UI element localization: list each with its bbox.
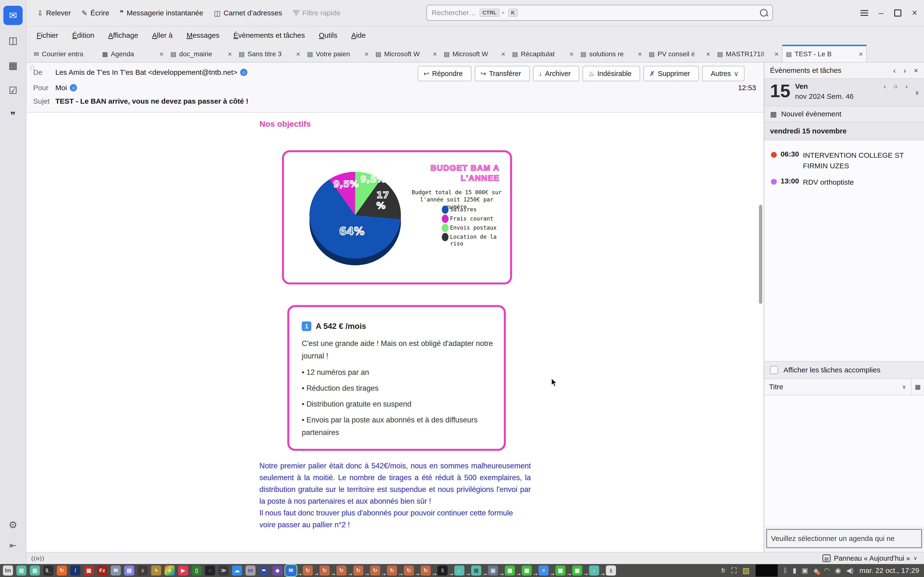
close-icon[interactable]: × (914, 66, 918, 75)
taskbar-app-icon[interactable]: lm (3, 566, 13, 575)
message-action-button[interactable]: ♨ Indésirable (583, 66, 640, 81)
message-action-button[interactable]: ✗ Supprimer (643, 66, 698, 81)
event-item[interactable]: 06:30 INTERVENTION COLLEGE ST FIRMIN UZE… (764, 147, 924, 174)
tray-icon[interactable]: ◈ (813, 567, 819, 574)
taskbar-window-icon[interactable]: ≡ (538, 566, 549, 575)
taskbar-app-icon[interactable]: ∧ (165, 566, 175, 575)
tray-icon[interactable]: ▣ (802, 567, 808, 574)
taskbar-app-icon[interactable]: ⋈ (246, 566, 255, 575)
taskbar-window-icon[interactable]: $ (438, 566, 447, 575)
tab-close-icon[interactable]: × (228, 50, 232, 58)
menu-item[interactable]: Aide (347, 30, 370, 41)
tasks-list-empty[interactable] (764, 395, 924, 526)
tasks-title-column[interactable]: Titre ∨ (764, 379, 911, 395)
chat-button[interactable]: ❞Messagerie instantanée (120, 9, 204, 17)
message-action-button[interactable]: Autres ∨ (702, 66, 745, 81)
next-day-button[interactable]: › (905, 83, 908, 90)
tab-close-icon[interactable]: × (159, 50, 164, 58)
taskbar-app-icon[interactable]: ∩ (205, 566, 215, 575)
taskbar-window-icon[interactable]: ↓ (454, 566, 464, 575)
menu-item[interactable]: Fichier (33, 30, 62, 41)
taskbar-window-icon[interactable]: ▦ (556, 566, 565, 575)
tab[interactable]: ▦ Agenda × (99, 45, 167, 62)
keyboard-layout-indicator[interactable]: fr (721, 567, 725, 574)
tab[interactable]: ▤ Microsoft W × (372, 45, 440, 62)
task-quick-add-input[interactable]: Veuillez sélectionner un agenda qui ne (766, 529, 922, 548)
get-messages-button[interactable]: ⇩Relever (37, 9, 71, 17)
taskbar-app-icon[interactable]: ✉ (111, 566, 121, 575)
event-item[interactable]: 13:00 RDV orthoptiste (764, 174, 924, 190)
tab-close-icon[interactable]: × (859, 50, 863, 58)
today-pane-toggle[interactable]: 22 Panneau « Aujourd’hui » ∨ (822, 554, 917, 562)
tab[interactable]: ▤ doc_mairie × (167, 45, 235, 62)
tab-close-icon[interactable]: × (569, 50, 573, 58)
space-chat-button[interactable]: ❞ (3, 106, 23, 125)
tab[interactable]: ▤ Microsoft W × (440, 45, 509, 62)
tab[interactable]: ▤ Votre paien × (304, 45, 372, 62)
taskbar-app-icon[interactable]: / (70, 566, 80, 575)
tab[interactable]: ✉ Courrier entra (30, 45, 99, 62)
chevron-left-icon[interactable]: ‹ (893, 66, 896, 75)
tray-icon[interactable]: ᛒ (783, 567, 788, 574)
taskbar-window-icon[interactable]: ↻ (353, 566, 363, 575)
taskbar-window-icon[interactable]: ↻ (404, 566, 414, 575)
app-menu-icon[interactable] (861, 10, 868, 16)
to-value[interactable]: Moi (55, 84, 67, 92)
contact-icon[interactable]: ☺ (240, 69, 247, 76)
taskbar-app-icon[interactable]: ☁ (232, 566, 242, 575)
taskbar-app-icon[interactable]: ✒ (259, 566, 269, 575)
taskbar-window-icon[interactable]: ↻ (387, 566, 397, 575)
terminal-preview[interactable] (756, 564, 778, 577)
tab[interactable]: ▤ PV conseil é × (645, 45, 714, 62)
taskbar-window-icon[interactable]: ▦ (471, 566, 481, 575)
from-value[interactable]: Les Amis de T'es In T'es Bat <developpem… (55, 68, 237, 76)
taskbar-app-icon[interactable]: ▩ (84, 566, 94, 575)
today-button[interactable]: ○ (894, 83, 898, 90)
taskbar-app-icon[interactable]: ϟ (151, 566, 161, 575)
space-calendar-button[interactable]: ▦ (3, 56, 23, 75)
taskbar-window-icon[interactable]: ▦ (522, 566, 532, 575)
space-tasks-button[interactable]: ☑ (3, 81, 23, 100)
tab[interactable]: ▤ TEST - Le B × (782, 45, 867, 62)
settings-gear-button[interactable]: ⚙ (9, 519, 17, 530)
write-button[interactable]: ✎Écrire (82, 9, 109, 17)
taskbar-app-icon[interactable]: ▤ (124, 566, 134, 575)
taskbar-app-icon[interactable]: ▥ (30, 566, 40, 575)
taskbar-app-icon[interactable]: ◆ (272, 566, 283, 575)
taskbar-window-icon[interactable]: ↓ (589, 566, 599, 575)
menu-item[interactable]: Aller à (148, 30, 176, 41)
message-action-button[interactable]: ↪ Transférer (475, 66, 530, 81)
tab-close-icon[interactable]: × (296, 50, 300, 58)
taskbar-window-icon[interactable]: ↻ (370, 566, 380, 575)
maximize-button[interactable] (894, 10, 901, 16)
tab-close-icon[interactable]: × (774, 50, 779, 58)
show-completed-checkbox[interactable] (770, 366, 778, 374)
space-mail-button[interactable]: ✉ (3, 6, 23, 25)
message-action-button[interactable]: ↓ Archiver (533, 66, 579, 81)
menu-item[interactable]: Outils (315, 30, 341, 41)
display-settings-icon[interactable]: ⛶ (731, 566, 737, 575)
tab[interactable]: ▤ Récapitulat × (509, 45, 577, 62)
taskbar-app-icon[interactable]: ▥ (16, 566, 26, 575)
taskbar-window-icon[interactable]: ▦ (505, 566, 515, 575)
tab[interactable]: ▤ solutions re × (577, 45, 645, 62)
tab[interactable]: ▤ MASTR1718 × (714, 45, 782, 62)
contact-icon[interactable]: ☺ (70, 84, 77, 91)
taskbar-app-icon[interactable]: ↻ (57, 566, 67, 575)
tray-icon[interactable]: ◠ (824, 567, 830, 574)
quick-filter-button[interactable]: Filtre rapide (293, 9, 341, 17)
tab-close-icon[interactable]: × (706, 50, 710, 58)
taskbar-app-icon[interactable]: $_ (43, 566, 53, 575)
taskbar-app-icon[interactable]: ≫ (218, 566, 229, 575)
collapse-spaces-button[interactable]: ⇤ (10, 540, 16, 551)
taskbar-app-icon[interactable]: ▶ (178, 566, 188, 575)
taskbar-app-icon[interactable]: ± (137, 566, 148, 575)
tray-icon[interactable]: ◀) (846, 567, 854, 574)
taskbar-clock[interactable]: mar. 22 oct., 17:29 (859, 566, 919, 575)
global-search-input[interactable]: Rechercher… CTRL + K (426, 5, 773, 21)
tray-icon[interactable]: ▮ (793, 567, 796, 574)
message-action-button[interactable]: ↩ Répondre (418, 66, 472, 81)
taskbar-window-icon[interactable]: ↻ (336, 566, 347, 575)
chevron-right-icon[interactable]: › (903, 66, 906, 75)
taskbar-window-icon[interactable]: ▣ (488, 566, 498, 575)
